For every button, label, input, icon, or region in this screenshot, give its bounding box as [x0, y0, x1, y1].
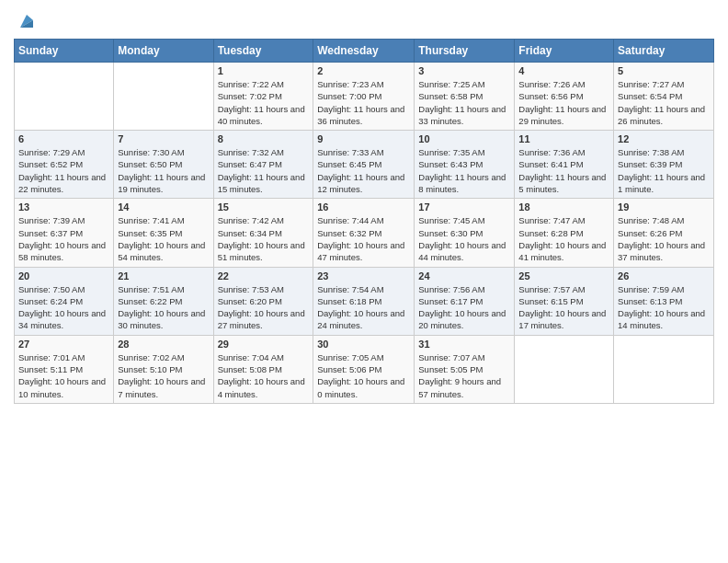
day-info: Sunrise: 7:25 AMSunset: 6:58 PMDaylight:…: [418, 78, 510, 127]
week-row-4: 20Sunrise: 7:50 AMSunset: 6:24 PMDayligh…: [15, 267, 714, 335]
day-info: Sunrise: 7:04 AMSunset: 5:08 PMDaylight:…: [218, 351, 310, 400]
week-row-3: 13Sunrise: 7:39 AMSunset: 6:37 PMDayligh…: [15, 199, 714, 267]
day-info: Sunrise: 7:26 AMSunset: 6:56 PMDaylight:…: [518, 78, 609, 127]
weekday-header-sunday: Sunday: [15, 40, 114, 63]
day-number: 12: [618, 133, 710, 144]
calendar-cell: 20Sunrise: 7:50 AMSunset: 6:24 PMDayligh…: [15, 267, 114, 335]
day-number: 5: [618, 65, 710, 76]
day-info: Sunrise: 7:45 AMSunset: 6:30 PMDaylight:…: [418, 214, 510, 263]
day-number: 8: [218, 133, 310, 144]
day-number: 29: [218, 339, 310, 350]
day-number: 18: [518, 201, 609, 213]
calendar-cell: 21Sunrise: 7:51 AMSunset: 6:22 PMDayligh…: [114, 267, 213, 335]
day-number: 31: [418, 339, 510, 350]
day-info: Sunrise: 7:32 AMSunset: 6:47 PMDaylight:…: [218, 146, 310, 195]
calendar-cell: 29Sunrise: 7:04 AMSunset: 5:08 PMDayligh…: [213, 335, 313, 403]
logo: [14, 13, 37, 31]
calendar-cell: 25Sunrise: 7:57 AMSunset: 6:15 PMDayligh…: [515, 267, 614, 335]
day-info: Sunrise: 7:02 AMSunset: 5:10 PMDaylight:…: [118, 351, 209, 400]
calendar-page: SundayMondayTuesdayWednesdayThursdayFrid…: [0, 0, 728, 563]
day-number: 14: [118, 201, 209, 213]
week-row-2: 6Sunrise: 7:29 AMSunset: 6:52 PMDaylight…: [15, 131, 714, 199]
calendar-cell: 24Sunrise: 7:56 AMSunset: 6:17 PMDayligh…: [415, 267, 515, 335]
day-info: Sunrise: 7:05 AMSunset: 5:06 PMDaylight:…: [317, 351, 410, 400]
calendar-cell: 4Sunrise: 7:26 AMSunset: 6:56 PMDaylight…: [515, 63, 614, 131]
day-info: Sunrise: 7:22 AMSunset: 7:02 PMDaylight:…: [218, 78, 310, 127]
week-row-1: 1Sunrise: 7:22 AMSunset: 7:02 PMDaylight…: [15, 63, 714, 131]
calendar-table: SundayMondayTuesdayWednesdayThursdayFrid…: [14, 39, 714, 404]
day-number: 26: [618, 270, 710, 282]
calendar-cell: 15Sunrise: 7:42 AMSunset: 6:34 PMDayligh…: [213, 199, 313, 267]
calendar-cell: 1Sunrise: 7:22 AMSunset: 7:02 PMDaylight…: [213, 63, 313, 131]
weekday-header-row: SundayMondayTuesdayWednesdayThursdayFrid…: [15, 40, 714, 63]
day-number: 20: [18, 270, 109, 282]
day-info: Sunrise: 7:30 AMSunset: 6:50 PMDaylight:…: [118, 146, 209, 195]
calendar-cell: 3Sunrise: 7:25 AMSunset: 6:58 PMDaylight…: [415, 63, 515, 131]
calendar-cell: 12Sunrise: 7:38 AMSunset: 6:39 PMDayligh…: [614, 131, 714, 199]
day-number: 17: [418, 201, 510, 213]
day-info: Sunrise: 7:51 AMSunset: 6:22 PMDaylight:…: [118, 283, 209, 332]
day-info: Sunrise: 7:56 AMSunset: 6:17 PMDaylight:…: [418, 283, 510, 332]
weekday-header-friday: Friday: [515, 40, 614, 63]
calendar-cell: [15, 63, 114, 131]
day-info: Sunrise: 7:23 AMSunset: 7:00 PMDaylight:…: [317, 78, 410, 127]
calendar-cell: 14Sunrise: 7:41 AMSunset: 6:35 PMDayligh…: [114, 199, 213, 267]
day-info: Sunrise: 7:39 AMSunset: 6:37 PMDaylight:…: [18, 214, 109, 263]
day-info: Sunrise: 7:50 AMSunset: 6:24 PMDaylight:…: [18, 283, 109, 332]
day-number: 6: [18, 133, 109, 144]
day-info: Sunrise: 7:54 AMSunset: 6:18 PMDaylight:…: [317, 283, 410, 332]
day-number: 11: [518, 133, 609, 144]
day-number: 24: [418, 270, 510, 282]
day-number: 2: [317, 65, 410, 76]
day-number: 13: [18, 201, 109, 213]
day-info: Sunrise: 7:42 AMSunset: 6:34 PMDaylight:…: [218, 214, 310, 263]
calendar-cell: [614, 335, 714, 403]
weekday-header-monday: Monday: [114, 40, 213, 63]
calendar-cell: 9Sunrise: 7:33 AMSunset: 6:45 PMDaylight…: [313, 131, 415, 199]
day-number: 28: [118, 339, 209, 350]
day-number: 15: [218, 201, 310, 213]
day-info: Sunrise: 7:53 AMSunset: 6:20 PMDaylight:…: [218, 283, 310, 332]
weekday-header-tuesday: Tuesday: [213, 40, 313, 63]
day-info: Sunrise: 7:38 AMSunset: 6:39 PMDaylight:…: [618, 146, 710, 195]
day-number: 9: [317, 133, 410, 144]
day-number: 25: [518, 270, 609, 282]
calendar-cell: 13Sunrise: 7:39 AMSunset: 6:37 PMDayligh…: [15, 199, 114, 267]
day-number: 27: [18, 339, 109, 350]
day-number: 16: [317, 201, 410, 213]
header: [14, 9, 714, 31]
day-number: 23: [317, 270, 410, 282]
calendar-cell: 10Sunrise: 7:35 AMSunset: 6:43 PMDayligh…: [415, 131, 515, 199]
day-info: Sunrise: 7:47 AMSunset: 6:28 PMDaylight:…: [518, 214, 609, 263]
day-info: Sunrise: 7:48 AMSunset: 6:26 PMDaylight:…: [618, 214, 710, 263]
day-number: 4: [518, 65, 609, 76]
calendar-cell: 28Sunrise: 7:02 AMSunset: 5:10 PMDayligh…: [114, 335, 213, 403]
day-info: Sunrise: 7:35 AMSunset: 6:43 PMDaylight:…: [418, 146, 510, 195]
day-info: Sunrise: 7:01 AMSunset: 5:11 PMDaylight:…: [18, 351, 109, 400]
weekday-header-wednesday: Wednesday: [313, 40, 415, 63]
calendar-cell: 19Sunrise: 7:48 AMSunset: 6:26 PMDayligh…: [614, 199, 714, 267]
logo-icon: [17, 11, 37, 31]
day-info: Sunrise: 7:44 AMSunset: 6:32 PMDaylight:…: [317, 214, 410, 263]
day-number: 19: [618, 201, 710, 213]
calendar-cell: 23Sunrise: 7:54 AMSunset: 6:18 PMDayligh…: [313, 267, 415, 335]
calendar-cell: [114, 63, 213, 131]
calendar-cell: 17Sunrise: 7:45 AMSunset: 6:30 PMDayligh…: [415, 199, 515, 267]
calendar-cell: 22Sunrise: 7:53 AMSunset: 6:20 PMDayligh…: [213, 267, 313, 335]
calendar-cell: 26Sunrise: 7:59 AMSunset: 6:13 PMDayligh…: [614, 267, 714, 335]
day-info: Sunrise: 7:29 AMSunset: 6:52 PMDaylight:…: [18, 146, 109, 195]
calendar-cell: 6Sunrise: 7:29 AMSunset: 6:52 PMDaylight…: [15, 131, 114, 199]
day-number: 22: [218, 270, 310, 282]
day-number: 10: [418, 133, 510, 144]
calendar-cell: 11Sunrise: 7:36 AMSunset: 6:41 PMDayligh…: [515, 131, 614, 199]
calendar-cell: 8Sunrise: 7:32 AMSunset: 6:47 PMDaylight…: [213, 131, 313, 199]
day-info: Sunrise: 7:59 AMSunset: 6:13 PMDaylight:…: [618, 283, 710, 332]
calendar-cell: 18Sunrise: 7:47 AMSunset: 6:28 PMDayligh…: [515, 199, 614, 267]
day-info: Sunrise: 7:33 AMSunset: 6:45 PMDaylight:…: [317, 146, 410, 195]
day-number: 1: [218, 65, 310, 76]
calendar-cell: 5Sunrise: 7:27 AMSunset: 6:54 PMDaylight…: [614, 63, 714, 131]
week-row-5: 27Sunrise: 7:01 AMSunset: 5:11 PMDayligh…: [15, 335, 714, 403]
day-info: Sunrise: 7:41 AMSunset: 6:35 PMDaylight:…: [118, 214, 209, 263]
day-number: 3: [418, 65, 510, 76]
day-info: Sunrise: 7:57 AMSunset: 6:15 PMDaylight:…: [518, 283, 609, 332]
